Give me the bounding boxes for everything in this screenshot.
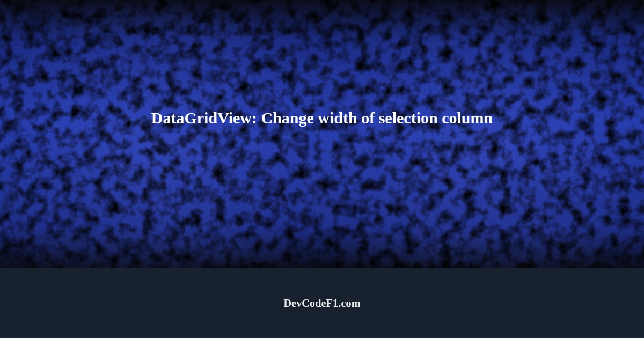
footer-bar: DevCodeF1.com <box>0 268 644 338</box>
site-brand: DevCodeF1.com <box>283 297 360 310</box>
noise-texture <box>0 0 644 268</box>
svg-rect-0 <box>0 0 644 268</box>
page-title: DataGridView: Change width of selection … <box>130 109 514 127</box>
hero-banner: DataGridView: Change width of selection … <box>0 0 644 268</box>
